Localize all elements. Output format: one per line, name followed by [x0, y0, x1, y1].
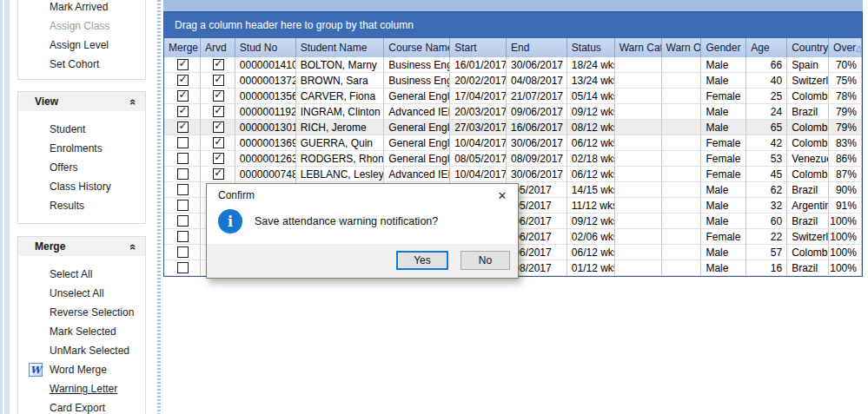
cell-warn-ov[interactable] [662, 135, 702, 151]
cell-country[interactable]: Spain [787, 57, 829, 73]
sidebar-item-word-merge[interactable]: WWord Merge [18, 360, 145, 379]
arvd-checkbox[interactable]: ✓ [213, 106, 224, 117]
cell-warn-ov[interactable] [662, 229, 702, 245]
cell-age[interactable]: 24 [746, 104, 787, 120]
cell-merge[interactable]: ✓ [164, 57, 201, 73]
cell-stud-no[interactable]: 0000000748 [235, 167, 296, 182]
merge-checkbox[interactable] [177, 168, 189, 180]
cell-gender[interactable]: Male [701, 57, 746, 73]
cell-warn-ov[interactable] [662, 167, 702, 182]
cell-over[interactable]: 87% [829, 167, 862, 182]
column-header-course-name[interactable]: Course Name [384, 38, 450, 57]
cell-status[interactable]: 08/12 wks [567, 120, 615, 135]
column-header-over[interactable]: Over△ [829, 38, 862, 57]
sidebar-item-select-all[interactable]: Select All [18, 265, 145, 284]
merge-checkbox[interactable] [177, 153, 189, 164]
column-header-start[interactable]: Start [450, 38, 507, 57]
cell-status[interactable]: 06/12 wks [567, 167, 615, 182]
cell-warn-ov[interactable] [662, 89, 702, 104]
sidebar-item-mark-arrived[interactable]: Mark Arrived [18, 0, 145, 16]
cell-merge[interactable] [164, 182, 201, 198]
cell-course[interactable]: Business English [384, 73, 450, 89]
cell-start[interactable]: 27/03/2017 [450, 120, 507, 135]
cell-age[interactable]: 60 [746, 214, 787, 229]
cell-name[interactable]: BROWN, Sara [296, 73, 385, 89]
cell-status[interactable]: 06/12 wks [567, 135, 615, 151]
column-header-warn-ov[interactable]: Warn Ov [662, 38, 702, 57]
column-header-age[interactable]: Age [746, 38, 787, 57]
sidebar-item-class-history[interactable]: Class History [18, 177, 145, 196]
cell-warn-ov[interactable] [662, 120, 702, 135]
view-section-header[interactable]: View « [18, 92, 145, 111]
cell-status[interactable]: 01/12 wks [567, 260, 615, 276]
cell-name[interactable]: RICH, Jerome [296, 120, 385, 135]
column-header-arvd[interactable]: Arvd [201, 38, 235, 57]
cell-over[interactable]: 100% [829, 245, 862, 260]
cell-status[interactable]: 14/15 wks [567, 182, 615, 198]
table-row[interactable]: ✓0000001369GUERRA, QuinGeneral English10… [164, 135, 862, 151]
cell-merge[interactable]: ✓ [164, 89, 201, 104]
column-header-status[interactable]: Status [567, 38, 615, 57]
cell-merge[interactable] [164, 260, 201, 276]
cell-age[interactable]: 25 [746, 89, 787, 104]
cell-warn-cat[interactable] [615, 89, 662, 104]
cell-gender[interactable]: Male [701, 245, 746, 260]
sidebar-item-offers[interactable]: Offers [18, 158, 145, 177]
cell-warn-cat[interactable] [615, 73, 662, 89]
cell-stud-no[interactable]: 0000001369 [235, 135, 296, 151]
cell-over[interactable]: 100% [829, 229, 862, 245]
cell-end[interactable]: 21/07/2017 [507, 89, 567, 104]
cell-start[interactable]: 20/03/2017 [450, 104, 507, 120]
cell-status[interactable]: 18/24 wks [567, 57, 615, 73]
cell-end[interactable]: 04/08/2017 [507, 73, 567, 89]
cell-warn-ov[interactable] [662, 260, 702, 276]
cell-country[interactable]: Colombia [787, 89, 829, 104]
pane-splitter[interactable] [155, 0, 163, 414]
arvd-checkbox[interactable]: ✓ [213, 122, 224, 133]
cell-status[interactable]: 09/12 wks [567, 104, 615, 120]
sidebar-item-card-export[interactable]: Card Export [18, 398, 145, 414]
cell-age[interactable]: 57 [746, 245, 787, 260]
cell-country[interactable]: Brazil [787, 260, 829, 276]
cell-gender[interactable]: Female [701, 89, 746, 104]
cell-gender[interactable]: Male [701, 73, 746, 89]
cell-warn-cat[interactable] [615, 57, 662, 73]
merge-checkbox[interactable]: ✓ [177, 90, 189, 102]
cell-warn-ov[interactable] [662, 182, 702, 198]
cell-status[interactable]: 11/12 wks [567, 198, 615, 214]
sidebar-item-unselect-all[interactable]: Unselect All [18, 284, 145, 303]
merge-checkbox[interactable] [177, 137, 189, 148]
cell-course[interactable]: General English [384, 89, 450, 104]
cell-course[interactable]: Advanced IELTS [384, 167, 450, 182]
cell-warn-cat[interactable] [615, 214, 662, 229]
collapse-chevron-icon[interactable]: « [127, 243, 140, 249]
cell-end[interactable]: 08/09/2017 [507, 151, 567, 167]
merge-checkbox[interactable] [177, 262, 189, 273]
cell-name[interactable]: BOLTON, Marny [296, 57, 385, 73]
cell-age[interactable]: 22 [746, 229, 787, 245]
cell-arvd[interactable]: ✓ [201, 73, 235, 89]
cell-course[interactable]: General English [384, 151, 450, 167]
cell-gender[interactable]: Female [701, 151, 746, 167]
cell-over[interactable]: 83% [829, 135, 862, 151]
cell-end[interactable]: 16/06/2017 [507, 120, 567, 135]
cell-over[interactable]: 91% [829, 198, 862, 214]
cell-merge[interactable]: ✓ [164, 120, 201, 135]
cell-over[interactable]: 100% [829, 260, 862, 276]
arvd-checkbox[interactable]: ✓ [213, 75, 224, 86]
cell-gender[interactable]: Female [701, 229, 746, 245]
no-button[interactable]: No [461, 251, 510, 270]
cell-arvd[interactable]: ✓ [201, 135, 235, 151]
cell-age[interactable]: 45 [746, 167, 787, 182]
column-header-stud-no[interactable]: Stud No [235, 38, 296, 57]
cell-name[interactable]: RODGERS, Rhona [296, 151, 385, 167]
cell-over[interactable]: 78% [829, 89, 862, 104]
sidebar-item-student[interactable]: Student [18, 120, 145, 139]
cell-stud-no[interactable]: 0000001372 [235, 73, 296, 89]
cell-status[interactable]: 02/18 wks [567, 151, 615, 167]
arvd-checkbox[interactable]: ✓ [213, 90, 224, 102]
cell-over[interactable]: 86% [829, 151, 862, 167]
sidebar-item-unmark-selected[interactable]: UnMark Selected [18, 341, 145, 360]
cell-merge[interactable]: ✓ [164, 104, 201, 120]
cell-country[interactable]: Venezuel [787, 151, 829, 167]
